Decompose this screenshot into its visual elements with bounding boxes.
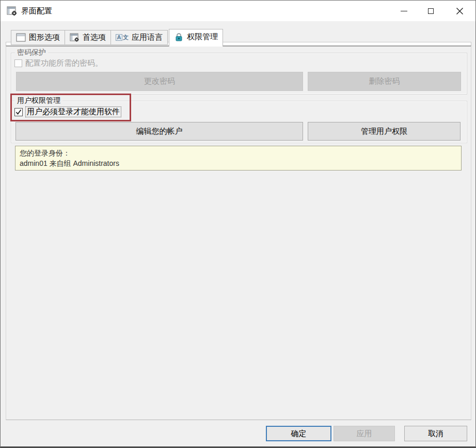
delete-password-button: 删除密码: [308, 72, 461, 91]
login-required-checkbox[interactable]: [14, 108, 23, 116]
tab-label: 首选项: [83, 33, 106, 42]
window-gear-icon: [70, 33, 80, 42]
tab-label: 图形选项: [29, 33, 60, 42]
password-checkbox-label: 配置功能所需的密码。: [25, 58, 103, 68]
group-title: 用户权限管理: [15, 96, 62, 105]
tab-language[interactable]: A文 应用语言: [111, 30, 168, 45]
password-checkbox-row: 配置功能所需的密码。: [14, 58, 103, 68]
login-identity-line2: admin01 来自组 Administrators: [20, 158, 457, 168]
manage-permissions-button[interactable]: 管理用户权限: [308, 122, 461, 141]
minimize-icon: [401, 11, 407, 11]
window-icon: [16, 33, 26, 42]
tab-permissions[interactable]: 权限管理: [169, 29, 223, 47]
apply-button: 应用: [334, 426, 395, 441]
edit-account-button[interactable]: 编辑您的帐户: [15, 122, 303, 141]
lock-icon: [174, 33, 184, 41]
dialog-window: 界面配置 图形选项: [0, 0, 476, 448]
tab-preferences[interactable]: 首选项: [65, 30, 111, 45]
checkmark-icon: [15, 109, 22, 115]
minimize-button[interactable]: [392, 1, 416, 21]
close-icon: [456, 7, 464, 15]
cancel-button[interactable]: 取消: [404, 426, 467, 441]
change-password-button: 更改密码: [16, 72, 303, 91]
login-required-checkbox-label[interactable]: 用户必须登录才能使用软件: [26, 107, 121, 117]
group-title: 密码保护: [15, 48, 48, 57]
maximize-icon: [428, 8, 434, 14]
login-identity-line1: 您的登录身份：: [20, 148, 457, 158]
password-protection-group: 密码保护 配置功能所需的密码。 更改密码 删除密码: [11, 53, 467, 95]
close-button[interactable]: [448, 1, 471, 21]
maximize-button[interactable]: [419, 1, 442, 21]
title-bar: 界面配置: [1, 1, 475, 21]
language-icon: A文: [116, 34, 129, 41]
tab-graphics-options[interactable]: 图形选项: [11, 30, 65, 45]
ok-button[interactable]: 确定: [266, 426, 331, 441]
login-required-checkbox-row: 用户必须登录才能使用软件: [14, 107, 121, 117]
app-window-gear-icon: [7, 6, 17, 16]
login-identity-box: 您的登录身份： admin01 来自组 Administrators: [15, 146, 462, 171]
tab-label: 应用语言: [132, 33, 163, 42]
password-checkbox: [14, 59, 22, 67]
tab-strip: 图形选项 首选项 A文 应用语言: [11, 27, 223, 45]
user-permission-group: 用户权限管理 用户必须登录才能使用软件 编辑您的帐户 管理用户权限: [11, 101, 467, 143]
tab-label: 权限管理: [187, 32, 218, 42]
window-title: 界面配置: [21, 1, 52, 21]
